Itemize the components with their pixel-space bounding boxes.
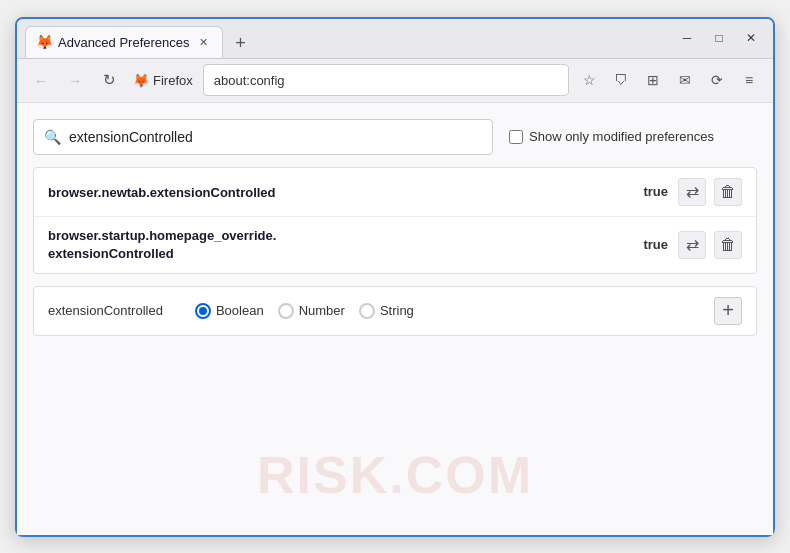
pref-name-line1: browser.startup.homepage_override.	[48, 227, 633, 245]
address-text: about:config	[214, 73, 285, 88]
search-input-wrap[interactable]: 🔍	[33, 119, 493, 155]
pref-name-wrap: browser.startup.homepage_override. exten…	[48, 227, 633, 263]
pref-name-multiline: browser.startup.homepage_override. exten…	[48, 227, 633, 263]
string-label: String	[380, 303, 414, 318]
shield-icon[interactable]: ⛉	[607, 66, 635, 94]
table-row: browser.startup.homepage_override. exten…	[34, 217, 756, 273]
results-table: browser.newtab.extensionControlled true …	[33, 167, 757, 274]
add-pref-button[interactable]: +	[714, 297, 742, 325]
new-pref-row: extensionControlled Boolean Number Strin…	[33, 286, 757, 336]
watermark: RISK.COM	[257, 445, 533, 505]
maximize-button[interactable]: □	[705, 27, 733, 49]
pref-value: true	[643, 184, 668, 199]
table-row: browser.newtab.extensionControlled true …	[34, 168, 756, 217]
pref-name: browser.newtab.extensionControlled	[48, 185, 276, 200]
row-actions: ⇄ 🗑	[678, 178, 742, 206]
close-button[interactable]: ✕	[737, 27, 765, 49]
modified-filter-label[interactable]: Show only modified preferences	[509, 129, 714, 144]
number-option[interactable]: Number	[278, 303, 345, 319]
menu-button[interactable]: ≡	[735, 66, 763, 94]
browser-window: 🦊 Advanced Preferences ✕ + ─ □ ✕ ← → ↻ 🦊…	[15, 17, 775, 537]
tab-close-button[interactable]: ✕	[196, 34, 212, 50]
string-option[interactable]: String	[359, 303, 414, 319]
new-pref-name: extensionControlled	[48, 303, 163, 318]
new-tab-button[interactable]: +	[227, 30, 255, 58]
pref-value: true	[643, 237, 668, 252]
boolean-radio-circle[interactable]	[195, 303, 211, 319]
title-bar: 🦊 Advanced Preferences ✕ + ─ □ ✕	[17, 19, 773, 59]
string-radio-circle[interactable]	[359, 303, 375, 319]
number-radio-circle[interactable]	[278, 303, 294, 319]
boolean-label: Boolean	[216, 303, 264, 318]
extensions-icon[interactable]: ⊞	[639, 66, 667, 94]
address-bar[interactable]: about:config	[203, 64, 569, 96]
delete-button[interactable]: 🗑	[714, 231, 742, 259]
nav-icons-right: ☆ ⛉ ⊞ ✉ ⟳ ≡	[575, 66, 763, 94]
back-button[interactable]: ←	[27, 66, 55, 94]
number-label: Number	[299, 303, 345, 318]
window-controls: ─ □ ✕	[673, 27, 765, 49]
content-area: RISK.COM 🔍 Show only modified preference…	[17, 103, 773, 535]
bookmark-icon[interactable]: ☆	[575, 66, 603, 94]
minimize-button[interactable]: ─	[673, 27, 701, 49]
modified-filter-text: Show only modified preferences	[529, 129, 714, 144]
firefox-label: Firefox	[153, 73, 193, 88]
tab-firefox-icon: 🦊	[36, 34, 52, 50]
boolean-option[interactable]: Boolean	[195, 303, 264, 319]
forward-button[interactable]: →	[61, 66, 89, 94]
firefox-logo: 🦊 Firefox	[129, 73, 197, 88]
search-icon: 🔍	[44, 129, 61, 145]
refresh-button[interactable]: ↻	[95, 66, 123, 94]
row-actions: ⇄ 🗑	[678, 231, 742, 259]
pref-name-line2: extensionControlled	[48, 245, 633, 263]
delete-button[interactable]: 🗑	[714, 178, 742, 206]
search-container: 🔍 Show only modified preferences	[33, 119, 757, 155]
type-radio-group: Boolean Number String	[195, 303, 414, 319]
pref-name-wrap: browser.newtab.extensionControlled	[48, 183, 633, 201]
navigation-bar: ← → ↻ 🦊 Firefox about:config ☆ ⛉ ⊞ ✉ ⟳ ≡	[17, 59, 773, 103]
mail-icon[interactable]: ✉	[671, 66, 699, 94]
tab-label: Advanced Preferences	[58, 35, 190, 50]
firefox-flame-icon: 🦊	[133, 73, 149, 88]
sync-icon[interactable]: ⟳	[703, 66, 731, 94]
modified-filter-checkbox[interactable]	[509, 130, 523, 144]
swap-button[interactable]: ⇄	[678, 231, 706, 259]
search-input[interactable]	[69, 129, 482, 145]
active-tab[interactable]: 🦊 Advanced Preferences ✕	[25, 26, 223, 58]
tab-area: 🦊 Advanced Preferences ✕ +	[25, 19, 673, 58]
swap-button[interactable]: ⇄	[678, 178, 706, 206]
